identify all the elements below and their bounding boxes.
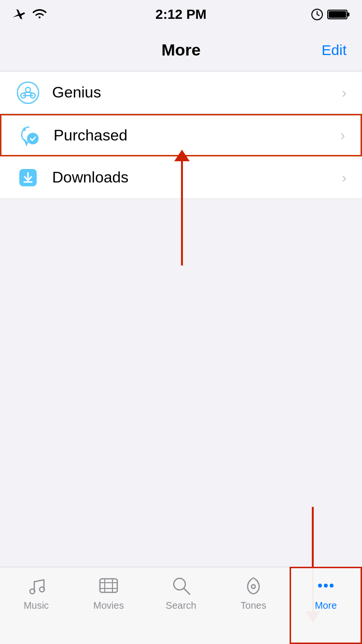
- genius-row[interactable]: Genius ›: [0, 71, 362, 114]
- tab-search[interactable]: Search: [145, 575, 217, 611]
- status-bar-time: 2:12 PM: [155, 7, 207, 22]
- svg-line-9: [28, 92, 33, 93]
- svg-line-22: [184, 588, 190, 594]
- page-title: More: [161, 41, 200, 59]
- tones-icon: [243, 575, 264, 596]
- more-tab-highlight: [290, 567, 362, 644]
- music-icon: [26, 575, 47, 596]
- purchased-chevron: ›: [340, 127, 345, 143]
- status-bar-right: [311, 8, 350, 21]
- wifi-icon: [32, 9, 47, 20]
- edit-button[interactable]: Edit: [321, 42, 347, 58]
- status-bar: 2:12 PM: [0, 0, 362, 29]
- tab-music[interactable]: Music: [0, 575, 72, 611]
- svg-rect-16: [100, 579, 117, 592]
- status-bar-left: [12, 8, 47, 21]
- tab-music-label: Music: [24, 600, 49, 611]
- tab-tones[interactable]: Tones: [217, 575, 290, 611]
- genius-label: Genius: [52, 84, 342, 101]
- tab-movies-label: Movies: [93, 600, 124, 611]
- tab-movies[interactable]: Movies: [72, 575, 145, 611]
- svg-point-23: [251, 585, 255, 588]
- search-icon: [170, 575, 192, 596]
- svg-rect-3: [347, 13, 349, 16]
- tab-tones-label: Tones: [240, 600, 266, 611]
- lock-rotation-icon: [311, 8, 323, 21]
- svg-point-5: [26, 87, 30, 92]
- battery-icon: [327, 9, 350, 20]
- genius-chevron: ›: [342, 84, 347, 101]
- movies-icon: [98, 575, 119, 596]
- annotation-arrow-up: [181, 159, 183, 266]
- svg-rect-2: [329, 11, 346, 18]
- downloads-label: Downloads: [52, 168, 342, 186]
- purchased-label: Purchased: [54, 126, 340, 144]
- tab-search-label: Search: [166, 600, 196, 611]
- downloads-icon: [15, 165, 41, 190]
- genius-icon: [15, 80, 41, 105]
- nav-bar: More Edit: [0, 29, 362, 71]
- downloads-chevron: ›: [342, 169, 347, 186]
- purchased-icon: [17, 123, 42, 148]
- airplane-icon: [12, 8, 26, 21]
- svg-point-11: [27, 133, 39, 144]
- svg-line-8: [23, 92, 28, 93]
